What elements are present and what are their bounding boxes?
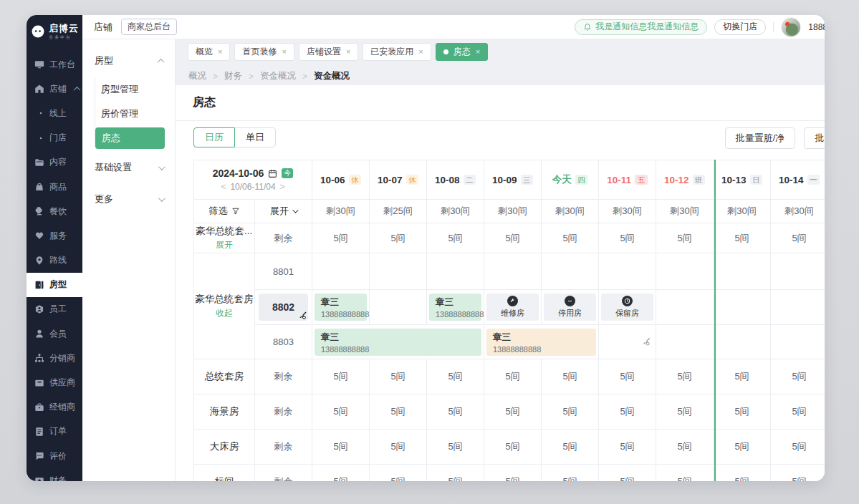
sidebar-item-餐饮[interactable]: 餐饮 (27, 199, 82, 223)
available-count-cell[interactable]: 5间 (656, 223, 714, 253)
empty-day-cell[interactable] (484, 253, 542, 290)
collapse-link[interactable]: 收起 (194, 307, 254, 319)
available-count-cell[interactable]: 5间 (484, 359, 542, 394)
sidebar-item-员工[interactable]: 员工 (27, 297, 82, 321)
available-count-cell[interactable]: 5间 (370, 223, 427, 253)
sidebar-item-会员[interactable]: 会员 (27, 321, 82, 346)
empty-day-cell[interactable] (656, 253, 714, 290)
sidebar-item-内容[interactable]: 内容 (27, 150, 82, 175)
tab-店铺设置[interactable]: 店铺设置× (299, 43, 358, 61)
available-count-cell[interactable]: 5间 (312, 394, 370, 430)
empty-day-cell[interactable] (714, 253, 771, 290)
booking-cell[interactable]: 章三 13888888888 (315, 294, 367, 321)
sidebar-item-线上[interactable]: 线上 (27, 101, 82, 125)
available-count-cell[interactable]: 5间 (656, 430, 714, 465)
sidebar-item-供应商[interactable]: 供应商 (27, 370, 82, 394)
available-count-cell[interactable]: 5间 (542, 430, 599, 465)
available-count-cell[interactable]: 5间 (312, 465, 370, 482)
sidebar-item-评价[interactable]: 评价 (27, 444, 82, 468)
available-count-cell[interactable]: 5间 (484, 430, 542, 465)
breadcrumb-item[interactable]: 财务 (224, 70, 242, 82)
room-status-维修房[interactable]: 维修房 (486, 294, 539, 321)
broom-icon[interactable] (599, 336, 656, 347)
notification-pill[interactable]: 我是通知信息我是通知信息 (575, 19, 707, 35)
tab-首页装修[interactable]: 首页装修× (234, 43, 294, 61)
room-type-cell[interactable]: 大床房 (194, 430, 255, 465)
batch-clean-button[interactable]: 批量置脏/净 (725, 127, 796, 149)
available-count-cell[interactable]: 5间 (312, 430, 370, 465)
breadcrumb-item[interactable]: 概况 (188, 70, 206, 82)
available-count-cell[interactable]: 5间 (771, 394, 825, 430)
empty-day-cell[interactable] (427, 253, 484, 290)
available-count-cell[interactable]: 5间 (714, 223, 771, 253)
sidebar-item-商品[interactable]: 商品 (27, 175, 82, 199)
sidebar-item-分销商[interactable]: 分销商 (27, 346, 82, 370)
available-count-cell[interactable]: 5间 (484, 394, 542, 430)
close-icon[interactable]: × (218, 48, 222, 56)
date-picker-cell[interactable]: 2024-10-06 今 < 10/06-11/04 > (194, 160, 312, 200)
available-count-cell[interactable]: 5间 (771, 359, 825, 394)
available-count-cell[interactable]: 5间 (714, 359, 771, 394)
close-icon[interactable]: × (418, 48, 423, 56)
sidebar-item-服务[interactable]: 服务 (27, 223, 82, 248)
breadcrumb-item[interactable]: 资金概况 (260, 70, 296, 82)
view-calendar-button[interactable]: 日历 (193, 127, 235, 147)
close-icon[interactable]: × (346, 48, 350, 56)
booking-cell[interactable]: 章三 13888888888 (429, 294, 481, 321)
expand-all-button[interactable]: 展开 (255, 200, 312, 223)
switch-store-button[interactable]: 切换门店 (714, 19, 766, 35)
empty-day-cell[interactable] (312, 253, 370, 290)
empty-day-cell[interactable] (370, 290, 427, 325)
room-type-cell[interactable]: 标间 (194, 465, 255, 482)
empty-day-cell[interactable] (656, 290, 714, 325)
available-count-cell[interactable]: 5间 (771, 465, 825, 482)
empty-day-cell[interactable] (656, 325, 714, 359)
booking-cell[interactable]: 章三 13888888888 (486, 329, 596, 356)
tab-已安装应用[interactable]: 已安装应用× (363, 43, 431, 61)
submenu-item-房态[interactable]: 房态 (95, 127, 165, 149)
available-count-cell[interactable]: 5间 (484, 223, 542, 253)
available-count-cell[interactable]: 5间 (599, 223, 656, 253)
available-count-cell[interactable]: 5间 (427, 223, 484, 253)
available-count-cell[interactable]: 5间 (427, 465, 484, 482)
empty-day-cell[interactable] (370, 253, 427, 290)
sidebar-item-工作台[interactable]: 工作台 (27, 52, 82, 77)
sidebar-item-路线[interactable]: 路线 (27, 248, 82, 273)
view-single-day-button[interactable]: 单日 (234, 127, 276, 147)
room-status-停用房[interactable]: 停用房 (544, 294, 596, 321)
room-status-保留房[interactable]: 保留房 (601, 294, 653, 321)
available-count-cell[interactable]: 5间 (542, 359, 599, 394)
room-number-8803[interactable]: 8803 (255, 325, 312, 359)
booking-cell[interactable]: 章三 13888888888 (315, 329, 481, 356)
submenu-item-房价管理[interactable]: 房价管理 (82, 102, 175, 126)
sidebar-item-经销商[interactable]: 经销商 (27, 395, 82, 420)
room-type-cell[interactable]: 总统套房 (194, 359, 255, 394)
tab-概览[interactable]: 概览× (188, 43, 230, 61)
available-count-cell[interactable]: 5间 (714, 465, 771, 482)
close-icon[interactable]: × (476, 48, 480, 56)
empty-day-cell[interactable] (542, 253, 599, 290)
available-count-cell[interactable]: 5间 (714, 394, 771, 430)
available-count-cell[interactable]: 5间 (714, 430, 771, 465)
sidebar-item-订单[interactable]: 订单 (27, 420, 82, 444)
empty-day-cell[interactable] (599, 253, 656, 290)
room-type-cell[interactable]: 海景房 (194, 394, 255, 430)
sidebar-item-房型[interactable]: 房型 (27, 273, 82, 297)
batch-open-close-button[interactable]: 批量开/关 (804, 127, 825, 149)
close-icon[interactable]: × (282, 48, 286, 56)
available-count-cell[interactable]: 5间 (370, 359, 427, 394)
empty-day-cell[interactable] (771, 290, 825, 325)
available-count-cell[interactable]: 5间 (370, 465, 427, 482)
available-count-cell[interactable]: 5间 (599, 465, 656, 482)
prev-week-arrow[interactable]: < (221, 182, 226, 192)
sidebar-item-门店[interactable]: 门店 (27, 126, 82, 150)
available-count-cell[interactable]: 5间 (312, 223, 370, 253)
empty-day-cell[interactable] (714, 325, 771, 359)
room-number-8801[interactable]: 8801 (255, 253, 312, 290)
available-count-cell[interactable]: 5间 (542, 465, 599, 482)
available-count-cell[interactable]: 5间 (771, 430, 825, 465)
submenu-group-基础设置[interactable]: 基础设置 (82, 152, 175, 183)
available-count-cell[interactable]: 5间 (427, 394, 484, 430)
logo[interactable]: 启博云 业务中台 (27, 15, 82, 48)
available-count-cell[interactable]: 5间 (656, 465, 714, 482)
